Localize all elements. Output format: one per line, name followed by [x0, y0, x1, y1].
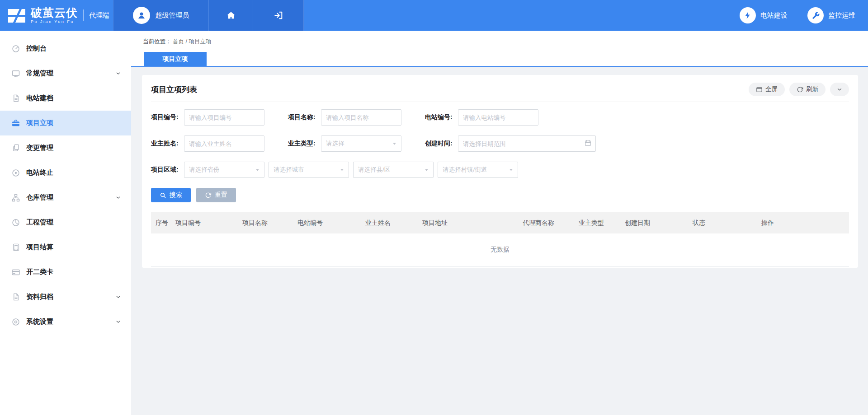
top-header: 破茧云伏 Po Jian Yun Fu 代理端 超级管理员	[0, 0, 868, 31]
panel-toolbar: 全屏 刷新	[749, 83, 849, 96]
col-actions: 操作	[756, 212, 849, 233]
chevron-down-icon	[115, 70, 121, 76]
col-status: 状态	[687, 212, 756, 233]
content-area: 项目立项列表 全屏	[131, 67, 868, 268]
sitemap-icon	[11, 193, 20, 202]
col-created-date: 创建日期	[619, 212, 687, 233]
dashboard-icon	[11, 44, 20, 53]
quick-link-monitor-ops[interactable]: 监控运维	[807, 7, 855, 23]
quick-link-label: 监控运维	[828, 11, 855, 20]
project-no-label: 项目编号:	[151, 113, 184, 121]
owner-type-label: 业主类型:	[288, 140, 321, 148]
col-project-address: 项目地址	[417, 212, 517, 233]
caret-down-icon	[509, 168, 514, 173]
project-no-input[interactable]	[184, 109, 264, 126]
caret-down-icon	[392, 141, 397, 146]
portal-label: 代理端	[83, 9, 109, 21]
breadcrumb-home-link[interactable]: 首页	[173, 38, 184, 45]
breadcrumb-separator: /	[185, 38, 187, 45]
col-agent-name: 代理商名称	[517, 212, 573, 233]
card-icon	[11, 268, 20, 277]
collapse-button[interactable]	[830, 83, 849, 96]
logout-icon	[274, 10, 283, 20]
owner-name-input[interactable]	[184, 135, 264, 152]
caret-down-icon	[255, 168, 260, 173]
sidebar-item-project-settlement[interactable]: 项目结算	[0, 235, 131, 260]
province-select[interactable]: 请选择省份	[184, 162, 264, 178]
town-select[interactable]: 请选择村镇/街道	[438, 162, 518, 178]
logo-subtitle: Po Jian Yun Fu	[31, 20, 78, 24]
user-avatar-icon	[133, 7, 150, 24]
created-at-input[interactable]	[458, 135, 596, 152]
col-station-no: 电站编号	[292, 212, 360, 233]
sidebar-item-open-type2-card[interactable]: 开二类卡	[0, 260, 131, 284]
tab-project-initiation[interactable]: 项目立项	[144, 52, 207, 66]
home-icon	[226, 10, 236, 20]
logout-button[interactable]	[253, 0, 304, 31]
refresh-button[interactable]: 刷新	[789, 83, 826, 96]
settings-icon	[11, 317, 20, 326]
project-name-input[interactable]	[321, 109, 401, 126]
sidebar-item-project-initiation[interactable]: 项目立项	[0, 111, 131, 135]
empty-row: 无数据	[151, 233, 849, 266]
quick-link-station-build[interactable]: 电站建设	[740, 7, 788, 23]
empty-state-text: 无数据	[151, 233, 849, 266]
monitor-icon	[11, 69, 20, 78]
briefcase-icon	[11, 119, 20, 128]
logo-icon	[6, 6, 27, 24]
created-at-daterange[interactable]	[458, 135, 596, 152]
col-project-no: 项目编号	[170, 212, 237, 233]
sidebar-item-station-files[interactable]: 电站建档	[0, 86, 131, 111]
region-label: 项目区域:	[151, 166, 184, 174]
sidebar: 控制台 常规管理 电站建档	[0, 31, 131, 415]
station-no-label: 电站编号:	[425, 113, 458, 121]
results-table: 序号 项目编号 项目名称 电站编号 业主姓名 项目地址 代理商名称 业主类型 创…	[151, 212, 849, 267]
refresh-icon	[797, 86, 803, 93]
col-project-name: 项目名称	[237, 212, 292, 233]
reset-icon	[205, 192, 212, 199]
calculator-icon	[11, 243, 20, 252]
col-owner-type: 业主类型	[573, 212, 619, 233]
owner-type-select[interactable]: 请选择	[321, 135, 401, 152]
owner-name-label: 业主姓名:	[151, 140, 184, 148]
pie-chart-icon	[11, 218, 20, 227]
current-user[interactable]: 超级管理员	[113, 0, 209, 31]
county-select[interactable]: 请选择县/区	[353, 162, 434, 178]
table-header-row: 序号 项目编号 项目名称 电站编号 业主姓名 项目地址 代理商名称 业主类型 创…	[151, 212, 849, 233]
chevron-down-icon	[115, 319, 121, 325]
col-owner-name: 业主姓名	[360, 212, 417, 233]
project-name-label: 项目名称:	[288, 113, 321, 121]
reset-button[interactable]: 重置	[196, 188, 236, 202]
search-button[interactable]: 搜索	[151, 188, 191, 202]
created-at-label: 创建时间:	[425, 140, 458, 148]
chevron-down-icon	[115, 195, 121, 201]
copy-icon	[11, 144, 20, 153]
city-select[interactable]: 请选择城市	[269, 162, 349, 178]
lightning-icon	[740, 7, 756, 23]
home-button[interactable]	[209, 0, 253, 31]
logo-title: 破茧云伏	[31, 7, 78, 19]
chevron-down-icon	[115, 294, 121, 300]
main-area: 当前位置： 首页 / 项目立项 项目立项 项目立项列表 全屏	[131, 31, 868, 415]
fullscreen-button[interactable]: 全屏	[749, 83, 785, 96]
sidebar-item-change-mgmt[interactable]: 变更管理	[0, 135, 131, 160]
sidebar-item-station-termination[interactable]: 电站终止	[0, 160, 131, 185]
chevron-down-icon	[836, 86, 843, 93]
archive-doc-icon	[11, 293, 20, 302]
project-initiation-panel: 项目立项列表 全屏	[142, 75, 858, 268]
sidebar-item-data-archive[interactable]: 资料归档	[0, 284, 131, 309]
sidebar-item-engineering-mgmt[interactable]: 工程管理	[0, 210, 131, 235]
sidebar-item-warehouse-mgmt[interactable]: 仓库管理	[0, 185, 131, 210]
header-quick-links: 电站建设 监控运维	[740, 0, 868, 31]
filter-form: 项目编号: 项目名称: 电站编号: 业主姓名:	[142, 102, 858, 202]
sidebar-item-general-mgmt[interactable]: 常规管理	[0, 61, 131, 86]
station-no-input[interactable]	[458, 109, 538, 126]
sidebar-item-system-settings[interactable]: 系统设置	[0, 309, 131, 334]
target-icon	[11, 168, 20, 177]
quick-link-label: 电站建设	[760, 11, 788, 20]
panel-title: 项目立项列表	[151, 84, 197, 95]
breadcrumb: 当前位置： 首页 / 项目立项	[143, 38, 211, 46]
caret-down-icon	[424, 168, 429, 173]
search-icon	[160, 192, 166, 199]
sidebar-item-console[interactable]: 控制台	[0, 36, 131, 61]
